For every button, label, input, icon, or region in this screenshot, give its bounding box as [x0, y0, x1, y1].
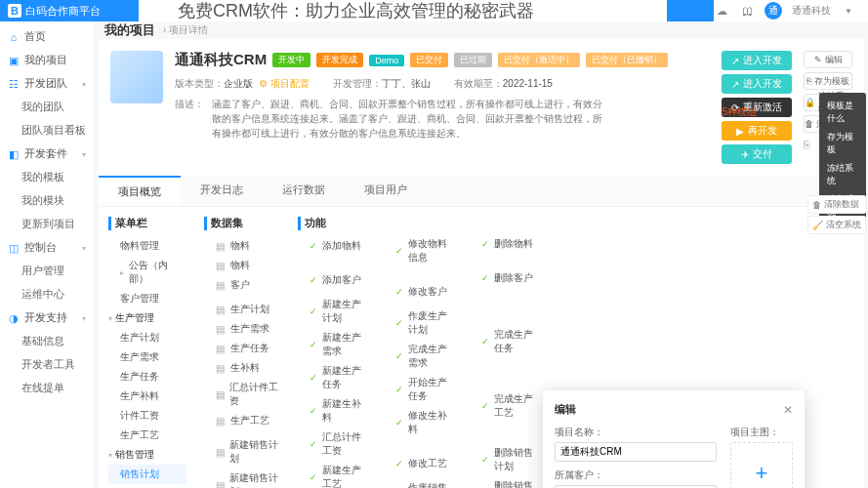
nav-basicinfo[interactable]: 基础信息: [0, 330, 94, 353]
func-item[interactable]: ✓修改生补料: [384, 406, 452, 439]
menu-item[interactable]: 生产任务: [108, 367, 186, 386]
save-icon-2[interactable]: ⎘: [804, 139, 810, 150]
menu-item[interactable]: 物料管理: [108, 236, 186, 256]
img-upload[interactable]: +: [730, 442, 793, 488]
func-item[interactable]: ✓新建生产计划: [298, 295, 366, 328]
breadcrumb-main[interactable]: 我的项目: [104, 21, 155, 39]
func-item[interactable]: ✓修改客户: [384, 282, 452, 302]
nav-mytpl[interactable]: 我的模板: [0, 166, 94, 189]
avatar[interactable]: 通: [765, 2, 782, 20]
tab-rundata[interactable]: 运行数据: [263, 176, 345, 206]
nav-devkit[interactable]: ◧开发套件▾: [0, 142, 94, 166]
tag-demo: Demo: [369, 55, 404, 66]
enter-dev2-button[interactable]: ↗进入开发: [722, 74, 792, 94]
func-item[interactable]: ✓汇总计件工资: [298, 427, 366, 461]
data-item[interactable]: ▤客户: [204, 275, 280, 295]
sidebar: ⌂首页 ▣我的项目 ☷开发团队▾ 我的团队 团队项目看板 ◧开发套件▾ 我的模板…: [0, 21, 95, 488]
clear-data-button[interactable]: 🗑清除数据: [807, 195, 866, 214]
team-icon: ☷: [8, 78, 20, 90]
close-icon[interactable]: ✕: [783, 403, 793, 417]
menu-item[interactable]: 销售报价: [108, 484, 186, 488]
tab-overview[interactable]: 项目概览: [99, 176, 181, 206]
func-item[interactable]: ✓删除客户: [470, 268, 538, 288]
func-item[interactable]: ✓新建生产需求: [298, 328, 366, 361]
menu-item[interactable]: 生产计划: [108, 328, 186, 347]
func-item[interactable]: ✓作废销售计划: [384, 478, 452, 488]
name-input[interactable]: [555, 442, 717, 462]
func-item[interactable]: ✓删除销售计划: [470, 443, 538, 476]
menu-item[interactable]: 计件工资: [108, 406, 186, 426]
table-icon: ▤: [216, 280, 226, 290]
data-item[interactable]: ▤生补料: [204, 358, 280, 378]
nav-usermgr[interactable]: 用户管理: [0, 260, 94, 283]
func-item[interactable]: ✓删除物料: [470, 234, 538, 254]
table-icon: ▤: [216, 363, 226, 373]
func-item[interactable]: ✓完成生产需求: [384, 340, 452, 373]
chevron-down-icon[interactable]: ▼: [841, 3, 856, 19]
clear-system-button[interactable]: 🧹清空系统: [807, 216, 866, 234]
edit-button[interactable]: ✎编辑: [804, 51, 852, 68]
data-item[interactable]: ▤生产工艺: [204, 411, 280, 430]
func-item[interactable]: ✓修改工艺: [384, 454, 452, 473]
func-item[interactable]: ✓开始生产任务: [384, 373, 452, 406]
tooltip-save[interactable]: 存为模板: [819, 128, 866, 159]
nav-myteam[interactable]: 我的团队: [0, 96, 94, 119]
bell-icon[interactable]: 🕮: [739, 3, 755, 19]
user-name[interactable]: 通通科技: [792, 4, 831, 18]
func-item[interactable]: ✓新建生补料: [298, 394, 366, 427]
enter-dev-button[interactable]: ↗进入开发: [722, 51, 792, 70]
func-item[interactable]: ✓添加客户: [298, 270, 366, 290]
tab-devlog[interactable]: 开发日志: [181, 176, 263, 206]
logo-area[interactable]: B 白码合作商平台: [0, 0, 139, 21]
menu-item[interactable]: 生产补料: [108, 386, 186, 406]
func-item[interactable]: ✓完成生产工艺: [470, 389, 538, 423]
pencil-icon: ✎: [814, 55, 822, 64]
data-item[interactable]: ▤新建销售计划: [204, 468, 280, 488]
project-card: 通通科技CRM 开发中 开发完成 Demo 已交付 已过期 已交付（激活中） 已…: [99, 39, 864, 176]
deliver-button[interactable]: ✈交付: [722, 144, 792, 164]
menu-item[interactable]: 生产工艺: [108, 426, 186, 445]
nav-myproject[interactable]: ▣我的项目: [0, 49, 94, 72]
nav-ticket[interactable]: 在线提单: [0, 377, 94, 400]
nav-console[interactable]: ◫控制台▾: [0, 236, 94, 260]
check-icon: ✓: [395, 351, 403, 361]
func-item[interactable]: ✓添加物料: [298, 236, 366, 256]
tooltip-freeze[interactable]: 冻结系统: [819, 159, 866, 190]
data-item[interactable]: ▤新建销售计划: [204, 435, 280, 468]
func-item[interactable]: ✓完成生产任务: [470, 325, 538, 358]
menu-item[interactable]: 生产需求: [108, 347, 186, 367]
func-item[interactable]: ✓新建生产任务: [298, 361, 366, 394]
data-item[interactable]: ▤物料: [204, 236, 280, 256]
data-item[interactable]: ▤汇总计件工资: [204, 378, 280, 411]
nav-teamboard[interactable]: 团队项目看板: [0, 119, 94, 142]
func-item[interactable]: ✓作废生产计划: [384, 306, 452, 340]
data-item[interactable]: ▤生产需求: [204, 319, 280, 339]
nav-ops[interactable]: 运维中心: [0, 283, 94, 306]
nav-updateproj[interactable]: 更新到项目: [0, 213, 94, 236]
nav-mymod[interactable]: 我的模块: [0, 189, 94, 213]
menu-item[interactable]: 客户管理: [108, 289, 186, 308]
data-item[interactable]: ▤生产计划: [204, 300, 280, 319]
tab-users[interactable]: 项目用户: [345, 176, 427, 206]
tabs: 项目概览 开发日志 运行数据 项目用户: [99, 176, 864, 207]
menu-section[interactable]: ▾ 销售管理: [108, 445, 186, 465]
nav-devteam[interactable]: ☷开发团队▾: [0, 72, 94, 96]
cloud-icon[interactable]: ☁: [714, 3, 729, 19]
menu-item[interactable]: 销售计划: [108, 465, 186, 484]
support-icon: ◑: [8, 312, 20, 324]
nav-devtools[interactable]: 开发者工具: [0, 353, 94, 377]
data-item[interactable]: ▤物料: [204, 256, 280, 275]
func-item[interactable]: ✓新建生产工艺: [298, 461, 366, 488]
redev-button[interactable]: ▶再开发: [722, 121, 792, 141]
save-tpl-button[interactable]: ⎘存为模板: [804, 72, 852, 90]
nav-support[interactable]: ◑开发支持▾: [0, 306, 94, 330]
menu-item[interactable]: ▸公告（内部）: [108, 256, 186, 289]
check-icon: ✓: [395, 246, 403, 256]
menu-section[interactable]: ▾ 生产管理: [108, 308, 186, 328]
func-item[interactable]: ✓删除销售订单: [470, 476, 538, 488]
tooltip-what[interactable]: 模板是什么: [819, 97, 866, 128]
nav-home[interactable]: ⌂首页: [0, 25, 94, 49]
func-item[interactable]: ✓修改物料信息: [384, 234, 452, 267]
config-link[interactable]: ⚙ 项目配置: [259, 78, 310, 89]
data-item[interactable]: ▤生产任务: [204, 339, 280, 358]
